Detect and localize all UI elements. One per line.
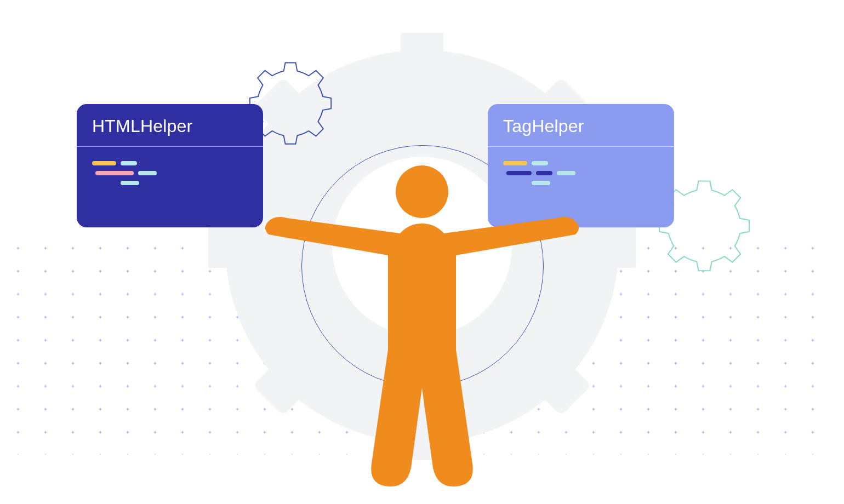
svg-rect-1 bbox=[401, 33, 443, 80]
svg-point-10 bbox=[332, 157, 512, 336]
svg-rect-4 bbox=[589, 225, 636, 268]
svg-rect-2 bbox=[401, 413, 443, 460]
htmlhelper-card: HTMLHelper bbox=[77, 104, 263, 227]
svg-rect-3 bbox=[208, 225, 255, 268]
illustration-stage: HTMLHelper TagHelper bbox=[0, 0, 844, 504]
svg-rect-0 bbox=[14, 247, 830, 455]
htmlhelper-code-snippet bbox=[77, 147, 263, 204]
taghelper-card-title: TagHelper bbox=[488, 104, 674, 147]
plus-grid-background bbox=[14, 247, 830, 455]
taghelper-card: TagHelper bbox=[488, 104, 674, 227]
gear-icon bbox=[208, 33, 636, 460]
svg-rect-6 bbox=[253, 350, 319, 416]
svg-rect-8 bbox=[525, 350, 591, 416]
svg-point-11 bbox=[396, 165, 448, 218]
taghelper-code-snippet bbox=[488, 147, 674, 204]
htmlhelper-card-title: HTMLHelper bbox=[77, 104, 263, 147]
